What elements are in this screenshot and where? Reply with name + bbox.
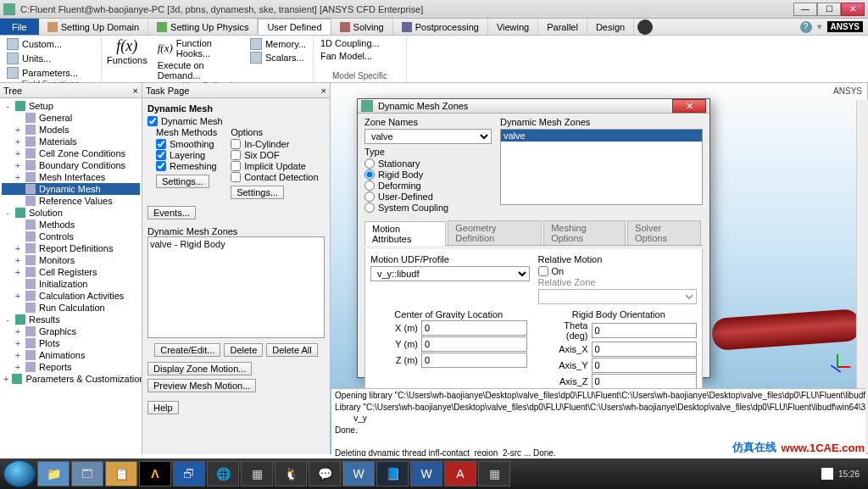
tree-node[interactable]: Run Calculation bbox=[2, 302, 140, 314]
scalars[interactable]: Scalars... bbox=[248, 51, 308, 64]
maximize-button[interactable]: ☐ bbox=[817, 3, 841, 16]
tree-node[interactable]: +Parameters & Customization bbox=[2, 373, 140, 385]
contact-detection-checkbox[interactable] bbox=[231, 172, 241, 182]
expander-icon[interactable]: + bbox=[14, 160, 22, 170]
layering-checkbox[interactable] bbox=[156, 150, 166, 160]
functions-menu[interactable]: Functions bbox=[107, 55, 147, 65]
preview-mesh-motion-button[interactable]: Preview Mesh Motion... bbox=[147, 379, 256, 392]
theta-input[interactable] bbox=[592, 323, 698, 338]
taskbar-chrome-icon[interactable]: 🌐 bbox=[207, 461, 239, 486]
tree-node[interactable]: +Monitors bbox=[2, 254, 140, 266]
axis-y-input[interactable] bbox=[592, 358, 698, 373]
type-system-coupling-radio[interactable] bbox=[364, 203, 375, 213]
taskbar-explorer-icon[interactable]: 📁 bbox=[37, 461, 70, 486]
tab-design[interactable]: Design bbox=[587, 19, 634, 35]
type-user-defined-radio[interactable] bbox=[364, 192, 375, 202]
taskbar-wechat-icon[interactable]: 💬 bbox=[309, 461, 341, 486]
type-deforming-radio[interactable] bbox=[364, 181, 375, 191]
axis-x-input[interactable] bbox=[592, 342, 698, 357]
taskbar-app-icon[interactable]: 🗗 bbox=[173, 461, 205, 486]
options-settings-button[interactable]: Settings... bbox=[231, 186, 284, 199]
tree-node[interactable]: Methods bbox=[2, 219, 140, 231]
close-button[interactable]: ✕ bbox=[841, 3, 865, 16]
system-tray[interactable]: 15:26 bbox=[821, 468, 865, 480]
tab-geometry-definition[interactable]: Geometry Definition bbox=[448, 220, 542, 245]
tree-node[interactable]: Dynamic Mesh bbox=[2, 183, 140, 195]
parameters[interactable]: Parameters... bbox=[5, 66, 96, 80]
tab-meshing-options[interactable]: Meshing Options bbox=[543, 220, 626, 245]
tree-node[interactable]: Initialization bbox=[2, 278, 140, 290]
expander-icon[interactable]: + bbox=[14, 350, 22, 360]
taskbar-fluent-icon[interactable]: ▦ bbox=[241, 461, 273, 486]
taskbar-word-icon[interactable]: W bbox=[410, 461, 442, 486]
tab-solver-options[interactable]: Solver Options bbox=[627, 220, 701, 245]
memory[interactable]: Memory... bbox=[248, 37, 308, 51]
list-item[interactable]: valve bbox=[501, 130, 702, 142]
task-close-icon[interactable]: × bbox=[321, 86, 326, 96]
tab-motion-attributes[interactable]: Motion Attributes bbox=[364, 221, 446, 246]
taskbar-pdf-icon[interactable]: A bbox=[444, 461, 476, 486]
expander-icon[interactable]: + bbox=[14, 172, 22, 182]
expander-icon[interactable]: + bbox=[14, 326, 22, 336]
expander-icon[interactable]: + bbox=[14, 338, 22, 348]
x-input[interactable] bbox=[421, 320, 527, 336]
expander-icon[interactable]: - bbox=[3, 314, 12, 325]
z-input[interactable] bbox=[421, 353, 527, 368]
expander-icon[interactable]: + bbox=[3, 374, 8, 384]
expander-icon[interactable]: + bbox=[14, 148, 22, 158]
events-button[interactable]: Events... bbox=[147, 206, 196, 219]
tree-node[interactable]: +Models bbox=[2, 124, 140, 136]
expander-icon[interactable]: + bbox=[14, 243, 22, 253]
tree-node[interactable]: +Plots bbox=[2, 337, 140, 349]
tree-node[interactable]: +Materials bbox=[2, 136, 140, 147]
tree-node[interactable]: Controls bbox=[2, 231, 140, 242]
tree-node[interactable]: +Cell Zone Conditions bbox=[2, 147, 140, 159]
tree-node[interactable]: Reference Values bbox=[2, 195, 140, 207]
expander-icon[interactable]: + bbox=[14, 362, 22, 372]
custom-field-functions[interactable]: Custom... bbox=[5, 37, 96, 51]
1d-coupling[interactable]: 1D Coupling... bbox=[319, 37, 401, 49]
tray-flag-icon[interactable] bbox=[821, 468, 833, 480]
dialog-close-button[interactable]: ✕ bbox=[672, 99, 706, 113]
tree-node[interactable]: +Reports bbox=[2, 361, 140, 373]
tree-node[interactable]: +Calculation Activities bbox=[2, 290, 140, 302]
type-stationary-radio[interactable] bbox=[364, 158, 375, 169]
expander-icon[interactable]: - bbox=[3, 101, 12, 111]
tab-viewing[interactable]: Viewing bbox=[488, 19, 538, 35]
tab-user-defined[interactable]: User Defined bbox=[258, 19, 331, 35]
tree-node[interactable]: +Boundary Conditions bbox=[2, 159, 140, 171]
smoothing-checkbox[interactable] bbox=[156, 139, 166, 149]
tab-parallel[interactable]: Parallel bbox=[538, 19, 587, 35]
taskbar-app-icon[interactable]: 🗔 bbox=[71, 461, 103, 486]
tree-node[interactable]: -Results bbox=[2, 314, 140, 325]
tree[interactable]: -SetupGeneral+Models+Materials+Cell Zone… bbox=[0, 98, 142, 454]
tree-node[interactable]: +Graphics bbox=[2, 325, 140, 337]
taskbar-app-icon[interactable]: W bbox=[342, 461, 375, 486]
start-button[interactable] bbox=[3, 460, 36, 487]
ribbon-expand-icon[interactable] bbox=[637, 19, 653, 35]
methods-settings-button[interactable]: Settings... bbox=[156, 175, 209, 188]
six-dof-checkbox[interactable] bbox=[231, 150, 241, 160]
tab-postprocessing[interactable]: Postprocessing bbox=[393, 19, 488, 35]
expander-icon[interactable]: + bbox=[14, 255, 22, 265]
taskbar-app-icon[interactable]: ▦ bbox=[478, 461, 510, 486]
tree-node[interactable]: General bbox=[2, 112, 140, 124]
taskbar-ansys-icon[interactable]: Λ bbox=[139, 461, 171, 486]
tab-file[interactable]: File bbox=[0, 19, 39, 35]
execute-on-demand[interactable]: Execute on Demand... bbox=[156, 59, 240, 81]
dynamic-mesh-zones-list[interactable]: valve bbox=[500, 129, 703, 205]
help-icon[interactable]: ? bbox=[800, 21, 812, 33]
type-rigid-body-radio[interactable] bbox=[364, 169, 375, 180]
tree-node[interactable]: +Report Definitions bbox=[2, 242, 140, 254]
dynamic-mesh-checkbox[interactable] bbox=[147, 116, 158, 126]
windows-taskbar[interactable]: 📁 🗔 📋 Λ 🗗 🌐 ▦ 🐧 💬 W 📘 W A ▦ 15:26 bbox=[0, 458, 868, 489]
units[interactable]: Units... bbox=[5, 52, 96, 65]
tab-solving[interactable]: Solving bbox=[331, 19, 393, 35]
tab-physics[interactable]: Setting Up Physics bbox=[148, 19, 258, 35]
minimize-button[interactable]: — bbox=[793, 3, 817, 16]
function-hooks[interactable]: f(x)Function Hooks... bbox=[156, 37, 240, 59]
y-input[interactable] bbox=[421, 336, 527, 352]
axis-z-input[interactable] bbox=[592, 374, 698, 389]
taskbar-qq-icon[interactable]: 🐧 bbox=[275, 461, 307, 486]
expander-icon[interactable]: + bbox=[14, 291, 22, 301]
